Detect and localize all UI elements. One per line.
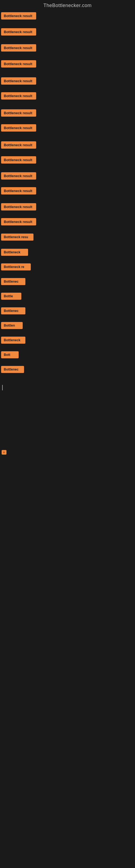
list-item[interactable]: Bottleneck result <box>1 216 134 227</box>
bottleneck-badge[interactable]: Bottlenec <box>1 307 26 314</box>
list-item[interactable]: Bottle <box>1 291 134 301</box>
empty-section-1 <box>1 394 134 448</box>
list-item[interactable]: Bottleneck result <box>1 76 134 86</box>
list-item[interactable]: Bottleneck result <box>1 186 134 196</box>
bottleneck-badge[interactable]: Bottleneck result <box>1 109 36 117</box>
list-item[interactable]: Bottleneck re <box>1 262 134 272</box>
list-item[interactable]: Bottleneck result <box>1 108 134 118</box>
cursor-line <box>2 385 3 390</box>
list-item[interactable]: Bottleneck result <box>1 27 134 37</box>
list-item[interactable]: Bottleneck <box>1 335 134 345</box>
bottleneck-badge[interactable]: Bottle <box>1 293 21 300</box>
list-item[interactable]: Bottleneck result <box>1 202 134 212</box>
bottleneck-badge[interactable]: Bottleneck result <box>1 172 36 180</box>
list-item[interactable]: Bottlenec <box>1 364 134 375</box>
bottleneck-badge[interactable]: Bottlen <box>1 322 23 329</box>
list-item[interactable]: Bottleneck result <box>1 155 134 165</box>
bottleneck-badge[interactable]: Bottleneck result <box>1 12 36 20</box>
list-item[interactable]: Bottleneck result <box>1 123 134 133</box>
items-container: Bottleneck result Bottleneck result Bott… <box>0 10 135 564</box>
bottleneck-badge[interactable]: Bottleneck result <box>1 218 36 225</box>
bottleneck-badge[interactable]: Bottleneck result <box>1 124 36 131</box>
list-item[interactable]: Bottlenec <box>1 306 134 316</box>
list-item[interactable]: Bottleneck result <box>1 42 134 53</box>
bottleneck-badge[interactable]: Bottlenec <box>1 278 26 285</box>
bottleneck-badge[interactable]: Bottleneck <box>1 249 28 256</box>
list-item[interactable]: Bottleneck resu <box>1 232 134 242</box>
list-item[interactable]: Bottlen <box>1 320 134 331</box>
cursor-area <box>1 381 134 394</box>
bottleneck-badge[interactable]: Bottleneck re <box>1 264 31 271</box>
bottleneck-badge[interactable]: Bottlenec <box>1 366 24 373</box>
list-item[interactable]: Bott <box>1 350 134 360</box>
bottleneck-badge[interactable]: Bottleneck result <box>1 156 36 163</box>
bottleneck-badge[interactable]: Bottleneck resu <box>1 234 34 241</box>
list-item[interactable]: Bottleneck result <box>1 91 134 101</box>
bottleneck-badge[interactable]: Bottleneck result <box>1 28 36 35</box>
bottleneck-badge[interactable]: Bottleneck result <box>1 203 36 211</box>
bottleneck-badge[interactable]: Bottleneck result <box>1 187 36 194</box>
bottleneck-badge[interactable]: Bottleneck result <box>1 44 36 52</box>
site-title: TheBottlenecker.com <box>0 0 135 10</box>
bottleneck-badge[interactable]: Bottleneck result <box>1 141 36 149</box>
small-indicator: ≡ <box>1 448 134 456</box>
list-item[interactable]: Bottleneck result <box>1 170 134 181</box>
list-item[interactable]: Bottlenec <box>1 276 134 287</box>
bottleneck-badge[interactable]: Bottleneck result <box>1 60 36 67</box>
list-item[interactable]: Bottleneck result <box>1 140 134 150</box>
empty-section-2 <box>1 456 134 564</box>
indicator-badge: ≡ <box>2 450 6 455</box>
list-item[interactable]: Bottleneck <box>1 247 134 257</box>
bottleneck-badge[interactable]: Bottleneck <box>1 337 26 344</box>
list-item[interactable]: Bottleneck result <box>1 59 134 69</box>
bottleneck-badge[interactable]: Bott <box>1 351 18 358</box>
list-item[interactable]: Bottleneck result <box>1 10 134 21</box>
bottleneck-badge[interactable]: Bottleneck result <box>1 77 36 85</box>
bottleneck-badge[interactable]: Bottleneck result <box>1 92 36 99</box>
